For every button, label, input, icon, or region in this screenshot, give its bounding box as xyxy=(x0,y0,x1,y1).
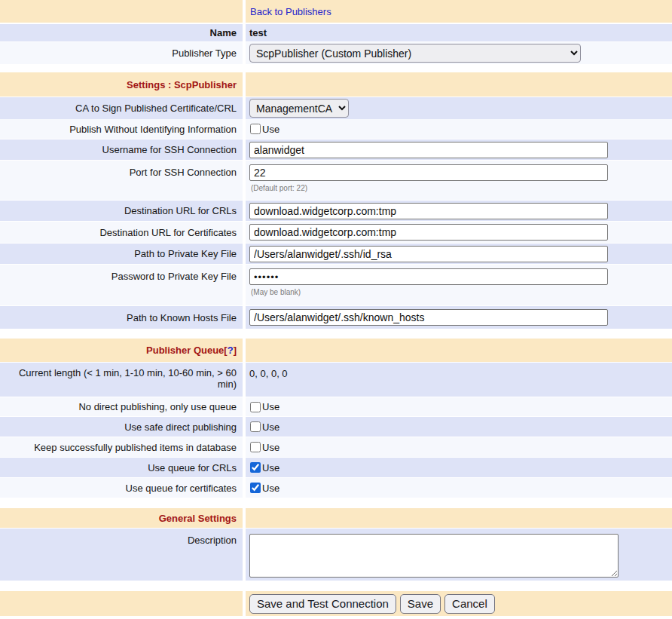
known-hosts-label: Path to Known Hosts File xyxy=(0,306,243,329)
publisher-type-label: Publisher Type xyxy=(0,42,243,65)
cancel-button[interactable]: Cancel xyxy=(444,594,495,614)
top-band-left xyxy=(0,0,243,23)
queue-length-label: Current length (< 1 min, 1-10 min, 10-60… xyxy=(0,363,243,397)
settings-section-header: Settings : ScpPublisher xyxy=(0,72,672,97)
spacer xyxy=(0,64,672,72)
top-band-right: Back to Publishers xyxy=(246,0,672,23)
only-queue-row: No direct publishing, only use queue Use xyxy=(0,397,672,417)
safe-direct-row: Use safe direct publishing Use xyxy=(0,417,672,437)
queue-length-value: 0, 0, 0, 0 xyxy=(246,363,672,397)
queue-length-row: Current length (< 1 min, 1-10 min, 10-60… xyxy=(0,363,672,397)
crl-url-row: Destination URL for CRLs xyxy=(0,201,672,222)
queue-certs-label: Use queue for certificates xyxy=(0,478,243,498)
general-section-header-right xyxy=(246,508,672,529)
queue-crls-use-label[interactable]: Use xyxy=(262,462,279,473)
ssh-username-row: Username for SSH Connection xyxy=(0,139,672,161)
top-band: Back to Publishers xyxy=(0,0,672,23)
private-key-password-row: Password to Private Key File (May be bla… xyxy=(0,265,672,306)
private-key-path-label: Path to Private Key File xyxy=(0,244,243,265)
name-value: test xyxy=(246,24,672,42)
ssh-username-input[interactable] xyxy=(249,142,608,158)
private-key-path-input[interactable] xyxy=(249,246,608,262)
general-section-title: General Settings xyxy=(0,508,243,529)
ssh-port-hint: (Default port: 22) xyxy=(249,184,307,192)
only-queue-checkbox[interactable] xyxy=(250,402,261,412)
description-textarea[interactable] xyxy=(249,534,619,578)
ca-row: CA to Sign Published Certificate/CRL Man… xyxy=(0,97,672,119)
ssh-port-row: Port for SSH Connection (Default port: 2… xyxy=(0,161,672,201)
anonymize-use-label[interactable]: Use xyxy=(262,124,279,135)
anonymize-label: Publish Without Identifying Information xyxy=(0,119,243,139)
safe-direct-use-label[interactable]: Use xyxy=(262,421,279,433)
save-and-test-button[interactable]: Save and Test Connection xyxy=(249,594,396,614)
keep-published-row: Keep successfully published items in dat… xyxy=(0,437,672,458)
spacer xyxy=(0,581,672,591)
name-row: Name test xyxy=(0,24,672,42)
anonymize-checkbox[interactable] xyxy=(250,124,261,134)
publisher-type-select[interactable]: ScpPublisher (Custom Publisher) xyxy=(249,44,581,63)
ssh-port-input[interactable] xyxy=(249,164,608,181)
safe-direct-checkbox[interactable] xyxy=(250,421,261,432)
name-label: Name xyxy=(0,24,243,42)
queue-help-link[interactable]: ? xyxy=(228,345,234,356)
save-button[interactable]: Save xyxy=(400,594,441,614)
spacer xyxy=(0,329,672,339)
ca-label: CA to Sign Published Certificate/CRL xyxy=(0,97,243,120)
known-hosts-input[interactable] xyxy=(249,309,608,326)
crl-url-label: Destination URL for CRLs xyxy=(0,201,243,222)
known-hosts-row: Path to Known Hosts File xyxy=(0,306,672,329)
queue-section-header-right xyxy=(246,339,672,363)
queue-certs-row: Use queue for certificates Use xyxy=(0,478,672,498)
keep-published-use-label[interactable]: Use xyxy=(262,442,279,453)
ssh-username-label: Username for SSH Connection xyxy=(0,139,243,161)
queue-crls-row: Use queue for CRLs Use xyxy=(0,458,672,478)
only-queue-label: No direct publishing, only use queue xyxy=(0,397,243,417)
publisher-type-row: Publisher Type ScpPublisher (Custom Publ… xyxy=(0,42,672,64)
queue-certs-use-label[interactable]: Use xyxy=(262,483,279,494)
ssh-port-label: Port for SSH Connection xyxy=(0,161,243,201)
actions-band-left xyxy=(0,591,243,616)
private-key-password-input[interactable] xyxy=(249,268,608,285)
queue-crls-checkbox[interactable] xyxy=(250,462,261,473)
settings-section-title: Settings : ScpPublisher xyxy=(0,72,243,97)
cert-url-input[interactable] xyxy=(249,224,608,241)
anonymize-row: Publish Without Identifying Information … xyxy=(0,119,672,139)
general-section-header: General Settings xyxy=(0,508,672,529)
description-row: Description xyxy=(0,529,672,581)
queue-certs-checkbox[interactable] xyxy=(250,483,261,493)
keep-published-checkbox[interactable] xyxy=(250,442,261,452)
safe-direct-label: Use safe direct publishing xyxy=(0,417,243,437)
private-key-password-label: Password to Private Key File xyxy=(0,265,243,306)
private-key-password-hint: (May be blank) xyxy=(249,288,301,296)
ca-select[interactable]: ManagementCA xyxy=(249,99,349,118)
description-label: Description xyxy=(0,529,243,581)
spacer xyxy=(0,498,672,508)
back-to-publishers-link[interactable]: Back to Publishers xyxy=(250,6,331,17)
only-queue-use-label[interactable]: Use xyxy=(262,401,279,412)
keep-published-label: Keep successfully published items in dat… xyxy=(0,437,243,458)
cert-url-label: Destination URL for Certificates xyxy=(0,222,243,244)
queue-section-title-cell: Publisher Queue [?] xyxy=(0,339,243,363)
queue-help-bracket-close: ] xyxy=(234,345,237,356)
actions-band: Save and Test Connection Save Cancel xyxy=(0,591,672,616)
queue-section-title: Publisher Queue xyxy=(146,345,224,356)
cert-url-row: Destination URL for Certificates xyxy=(0,222,672,244)
settings-section-header-right xyxy=(246,72,672,97)
queue-section-header: Publisher Queue [?] xyxy=(0,339,672,363)
crl-url-input[interactable] xyxy=(249,203,608,219)
queue-crls-label: Use queue for CRLs xyxy=(0,458,243,478)
actions-band-right: Save and Test Connection Save Cancel xyxy=(246,591,672,616)
private-key-path-row: Path to Private Key File xyxy=(0,244,672,265)
